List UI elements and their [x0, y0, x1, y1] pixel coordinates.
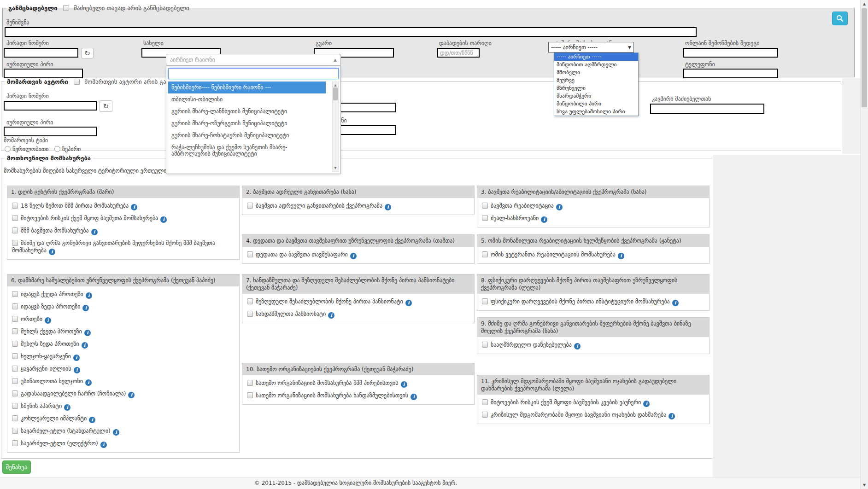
info-icon[interactable]: i	[113, 429, 119, 436]
checkbox[interactable]	[247, 203, 253, 209]
checkbox[interactable]	[12, 440, 18, 446]
vertical-scrollbar[interactable]: ▲ ▼	[860, 0, 868, 489]
region-search-input[interactable]	[168, 68, 339, 79]
author-self-checkbox[interactable]	[74, 79, 80, 85]
scroll-up-icon[interactable]: ▲	[861, 2, 868, 6]
info-icon[interactable]: i	[91, 229, 98, 235]
relation-option[interactable]: მზრუნველი	[554, 84, 638, 92]
info-icon[interactable]: i	[74, 367, 80, 373]
info-icon[interactable]: i	[160, 216, 167, 223]
info-icon[interactable]: i	[541, 216, 547, 223]
relation-option[interactable]: ----- აირჩიეთ -----	[554, 53, 638, 61]
info-icon[interactable]: i	[574, 343, 581, 349]
info-icon[interactable]: i	[82, 305, 89, 311]
checkbox[interactable]	[482, 251, 488, 257]
checkbox[interactable]	[247, 380, 253, 386]
checkbox[interactable]	[482, 298, 488, 304]
checkbox[interactable]	[12, 240, 18, 246]
applicant-self-checkbox[interactable]	[63, 5, 69, 11]
info-icon[interactable]: i	[405, 300, 412, 306]
checkbox[interactable]	[12, 303, 18, 309]
region-option[interactable]: ნებისმიერი---- ნებისმიერი რაიონი ---	[168, 82, 326, 93]
region-option[interactable]: გურიის მხარე-ჩოხატაურის მუნიციპალიტეტი	[168, 129, 326, 141]
checkbox[interactable]	[12, 378, 18, 384]
checkbox[interactable]	[247, 392, 253, 398]
phone-input[interactable]	[683, 69, 778, 78]
info-icon[interactable]: i	[86, 292, 92, 299]
radio-written[interactable]	[5, 146, 11, 152]
online-result-input[interactable]	[683, 48, 778, 58]
legal-person-input[interactable]	[4, 69, 83, 78]
checkbox[interactable]	[12, 390, 18, 396]
info-icon[interactable]: i	[89, 417, 95, 423]
checkbox[interactable]	[482, 412, 488, 418]
scroll-down-icon[interactable]: ▼	[861, 483, 868, 487]
checkbox[interactable]	[12, 328, 18, 334]
referral-verbal-option[interactable]: ზეპირი	[54, 146, 81, 152]
info-icon[interactable]: i	[350, 253, 357, 259]
relation-option[interactable]: სხვა უფლებამოსილი პირი	[554, 108, 638, 116]
info-icon[interactable]: i	[672, 300, 679, 306]
info-icon[interactable]: i	[643, 401, 650, 407]
personal-number-input[interactable]	[4, 48, 78, 58]
checkbox[interactable]	[12, 428, 18, 434]
checkbox[interactable]	[12, 341, 18, 347]
info-icon[interactable]: i	[401, 381, 407, 388]
checkbox[interactable]	[12, 227, 18, 233]
scroll-down-icon[interactable]: ▼	[333, 166, 338, 170]
checkbox[interactable]	[482, 203, 488, 209]
referral-written-option[interactable]: წერილობითი	[5, 146, 49, 152]
checkbox[interactable]	[12, 291, 18, 297]
note-input[interactable]	[5, 27, 697, 37]
refresh-button[interactable]: ↻	[100, 100, 112, 112]
region-option[interactable]: რაჭა-ლეჩხუმისა და ქვემო სვანეთის მხარე-ა…	[168, 141, 326, 160]
info-icon[interactable]: i	[131, 204, 137, 210]
scroll-up-icon[interactable]: ▲	[333, 83, 338, 87]
checkbox[interactable]	[247, 311, 253, 317]
info-icon[interactable]: i	[73, 355, 80, 361]
info-icon[interactable]: i	[669, 413, 675, 419]
checkbox[interactable]	[12, 353, 18, 359]
info-icon[interactable]: i	[385, 204, 391, 210]
region-option[interactable]: გურიის მხარე-ლანჩხუთის მუნიციპალიტეტი	[168, 105, 326, 117]
info-icon[interactable]: i	[411, 394, 417, 400]
region-select[interactable]: აირჩიეთ რაიონი ▲	[166, 54, 341, 66]
author-personal-number-input[interactable]	[4, 101, 97, 111]
checkbox[interactable]	[12, 415, 18, 421]
checkbox[interactable]	[12, 203, 18, 209]
info-icon[interactable]: i	[128, 392, 135, 398]
info-icon[interactable]: i	[82, 342, 88, 349]
relation-option[interactable]: მეურვე	[554, 76, 638, 84]
checkbox[interactable]	[247, 251, 253, 257]
refresh-button[interactable]: ↻	[81, 48, 94, 58]
save-button[interactable]: შენახვა	[2, 460, 31, 474]
author-legal-person-input[interactable]	[4, 127, 97, 136]
checkbox[interactable]	[12, 366, 18, 372]
radio-verbal[interactable]	[54, 146, 60, 152]
scrollbar-thumb[interactable]	[333, 87, 338, 100]
info-icon[interactable]: i	[85, 379, 92, 386]
region-list-scrollbar[interactable]: ▲ ▼	[332, 82, 339, 172]
region-option[interactable]: თბილისი-თბილისი	[168, 93, 326, 105]
relation-option[interactable]: მინდობილი პირი	[554, 100, 638, 108]
search-button[interactable]	[832, 12, 848, 25]
relation-option[interactable]: მხარდამჭერი	[554, 92, 638, 100]
author-relation-input[interactable]	[650, 104, 764, 114]
info-icon[interactable]: i	[100, 442, 107, 448]
birth-date-input[interactable]	[437, 48, 480, 58]
info-icon[interactable]: i	[49, 249, 55, 255]
relation-option[interactable]: მინდობით აღმზრდელი	[554, 61, 638, 69]
info-icon[interactable]: i	[618, 253, 624, 259]
info-icon[interactable]: i	[84, 330, 91, 336]
checkbox[interactable]	[12, 403, 18, 409]
info-icon[interactable]: i	[328, 312, 334, 319]
relation-option[interactable]: მშობელი	[554, 69, 638, 76]
checkbox[interactable]	[12, 316, 18, 322]
info-icon[interactable]: i	[64, 404, 70, 411]
relation-select[interactable]: ----- აირჩიეთ ----- ▼	[548, 42, 634, 52]
checkbox[interactable]	[12, 215, 18, 221]
info-icon[interactable]: i	[45, 317, 51, 324]
region-option[interactable]: გურიის მხარე-ოზურგეთის მუნიციპალიტეტი	[168, 117, 326, 129]
info-icon[interactable]: i	[556, 204, 563, 210]
scrollbar-thumb[interactable]	[862, 8, 867, 107]
